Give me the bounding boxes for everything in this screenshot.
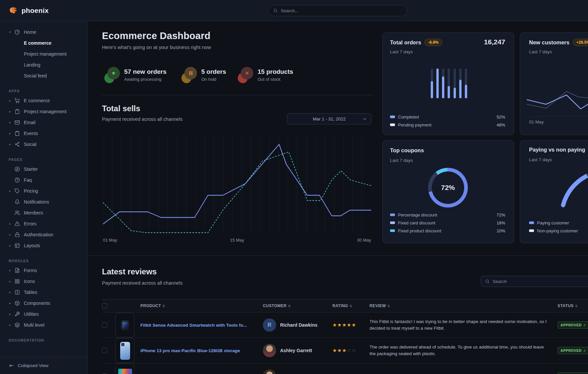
column-header-status[interactable]: STATUS⇅ bbox=[558, 304, 588, 308]
brand-logo[interactable]: phoenix bbox=[9, 6, 49, 16]
caret-right-icon: ▸ bbox=[9, 302, 15, 305]
product-image bbox=[115, 313, 134, 337]
sidebar-item-notifications[interactable]: Notifications bbox=[0, 196, 87, 207]
sidebar-item-components[interactable]: ▸Components bbox=[0, 298, 87, 308]
sidebar-item-events[interactable]: ▸Events bbox=[0, 128, 87, 139]
column-header-customer[interactable]: CUSTOMER⇅ bbox=[263, 304, 332, 308]
pause-icon bbox=[184, 67, 197, 79]
clipboard-icon bbox=[15, 131, 20, 136]
caret-right-icon: ▸ bbox=[9, 280, 15, 283]
legend-swatch bbox=[529, 229, 534, 232]
sidebar-item-icons[interactable]: ▸Icons bbox=[0, 276, 87, 287]
sidebar-item-layouts[interactable]: ▸Layouts bbox=[0, 240, 87, 251]
product-image bbox=[115, 338, 134, 363]
legend-item: Non-paying customer bbox=[529, 227, 588, 235]
sidebar-item-label: Multi level bbox=[24, 322, 44, 328]
phoenix-dashboard: phoenix ▾HomeE commerceProject managemen… bbox=[0, 0, 588, 374]
sidebar-nav: ▾HomeE commerceProject managementLanding… bbox=[0, 21, 87, 357]
sidebar-item-members[interactable]: Members bbox=[0, 207, 87, 218]
sidebar-item-errors[interactable]: ▸Errors bbox=[0, 218, 87, 229]
stat-value: 5 orders bbox=[201, 68, 226, 76]
collapse-sidebar-button[interactable]: ⇤ Collapsed View bbox=[0, 357, 87, 374]
sidebar-item-project-management[interactable]: Project management bbox=[0, 48, 87, 59]
sidebar-item-authentication[interactable]: ▸Authentication bbox=[0, 229, 87, 240]
sidebar-item-email[interactable]: ▸Email bbox=[0, 117, 87, 128]
sidebar-item-forms[interactable]: ▸Forms bbox=[0, 265, 87, 276]
card-period: Last 7 days bbox=[390, 158, 413, 163]
sidebar-item-social-feed[interactable]: Social feed bbox=[0, 70, 87, 81]
top-coupons-legend: Percentage discount72%Fixed card discoun… bbox=[390, 211, 505, 235]
sidebar-item-project-management[interactable]: ▸Project management bbox=[0, 106, 87, 117]
layout-icon bbox=[15, 243, 20, 248]
latest-reviews-title: Latest reviews bbox=[102, 267, 157, 276]
top-coupons-card: Top coupons Last 7 days 72% Percentage d… bbox=[382, 140, 514, 243]
global-search[interactable] bbox=[268, 5, 407, 16]
sidebar-item-home[interactable]: ▾Home bbox=[0, 26, 87, 37]
compass-icon bbox=[15, 166, 20, 172]
sidebar-item-e-commerce[interactable]: E commerce bbox=[0, 37, 87, 48]
total-sells-subtitle: Payment received across all channels bbox=[102, 117, 182, 122]
sidebar-item-label: E commerce bbox=[24, 98, 50, 103]
sidebar-item-tables[interactable]: ▸Tables bbox=[0, 287, 87, 298]
column-header-review[interactable]: REVIEW⇅ bbox=[369, 304, 558, 308]
sidebar-item-faq[interactable]: Faq bbox=[0, 174, 87, 185]
sidebar-item-social[interactable]: ▸Social bbox=[0, 139, 87, 150]
section-divider bbox=[102, 95, 373, 95]
legend-item: Paying customer bbox=[529, 219, 588, 227]
caret-right-icon: ▸ bbox=[9, 110, 15, 113]
legend-item: Fixed card discount18% bbox=[390, 219, 505, 227]
row-checkbox[interactable] bbox=[102, 348, 107, 353]
select-all-checkbox[interactable] bbox=[102, 303, 107, 308]
rating-stars: ★★★★★ bbox=[332, 322, 369, 328]
latest-reviews-subtitle: Payment received across all channels bbox=[102, 280, 182, 286]
sidebar-item-utilities[interactable]: ▸Utilities bbox=[0, 308, 87, 319]
sidebar-item-label: Starter bbox=[24, 166, 38, 172]
caret-right-icon: ▸ bbox=[9, 291, 15, 294]
bar-track bbox=[431, 69, 433, 98]
card-title: Total orders bbox=[390, 39, 421, 46]
sidebar-item-landing[interactable]: Landing bbox=[0, 59, 87, 70]
legend-swatch bbox=[529, 221, 534, 224]
sidebar-item-label: Utilities bbox=[24, 311, 39, 317]
bell-icon bbox=[15, 199, 20, 205]
sidebar-item-e-commerce[interactable]: ▸E commerce bbox=[0, 95, 87, 106]
product-link[interactable]: Fitbit Sense Advanced Smartwatch with To… bbox=[140, 323, 263, 328]
sidebar-item-pricing[interactable]: ▸Pricing bbox=[0, 185, 87, 196]
reviews-search[interactable] bbox=[481, 276, 588, 287]
stat-value: 57 new orders bbox=[124, 68, 167, 76]
sidebar-item-label: E commerce bbox=[24, 40, 51, 46]
box-icon bbox=[15, 301, 20, 306]
sidebar-item-label: Forms bbox=[24, 268, 37, 273]
reviews-search-input[interactable] bbox=[493, 279, 586, 284]
shopping-cart-icon bbox=[15, 98, 20, 103]
total-sells-x-axis: 01 May15 May30 May bbox=[103, 238, 371, 243]
donut-center-value: 72% bbox=[441, 184, 455, 192]
global-search-input[interactable] bbox=[281, 8, 402, 13]
file-text-icon bbox=[15, 268, 20, 273]
sidebar: ▾HomeE commerceProject managementLanding… bbox=[0, 21, 88, 374]
bar-track bbox=[465, 69, 467, 98]
stat-value: 15 products bbox=[258, 68, 293, 76]
sidebar-item-label: Landing bbox=[24, 62, 40, 68]
lock-icon bbox=[15, 232, 20, 237]
paying-legend: Paying customerNon-paying customer bbox=[529, 219, 588, 235]
sidebar-item-multi-level[interactable]: ▸Multi level bbox=[0, 319, 87, 330]
legend-label: Non-paying customer bbox=[537, 228, 578, 233]
column-header-product[interactable]: PRODUCT⇅ bbox=[140, 304, 263, 308]
alert-triangle-icon bbox=[15, 221, 20, 226]
new-customers-card: New customers +26.5% Last 7 days 01 May bbox=[520, 32, 588, 135]
sidebar-item-label: Authentication bbox=[24, 232, 53, 237]
row-checkbox[interactable] bbox=[102, 322, 107, 328]
product-link[interactable]: iPhone 13 pro max-Pacific Blue-128GB sto… bbox=[140, 348, 263, 353]
grid-icon bbox=[15, 279, 20, 284]
bar-track bbox=[459, 69, 462, 98]
sidebar-item-starter[interactable]: Starter bbox=[0, 164, 87, 174]
column-header-rating[interactable]: RATING⇅ bbox=[332, 304, 369, 308]
legend-item: Fixed product discount10% bbox=[390, 227, 505, 235]
stat-caption: Out of stock bbox=[258, 77, 293, 82]
legend-item: Pending payment48% bbox=[390, 121, 505, 129]
card-title: Top coupons bbox=[390, 147, 424, 154]
chevron-down-icon bbox=[363, 117, 367, 120]
date-range-select[interactable]: Mar 1 - 31, 2022 bbox=[287, 113, 371, 124]
new-customers-line-chart bbox=[526, 83, 588, 114]
